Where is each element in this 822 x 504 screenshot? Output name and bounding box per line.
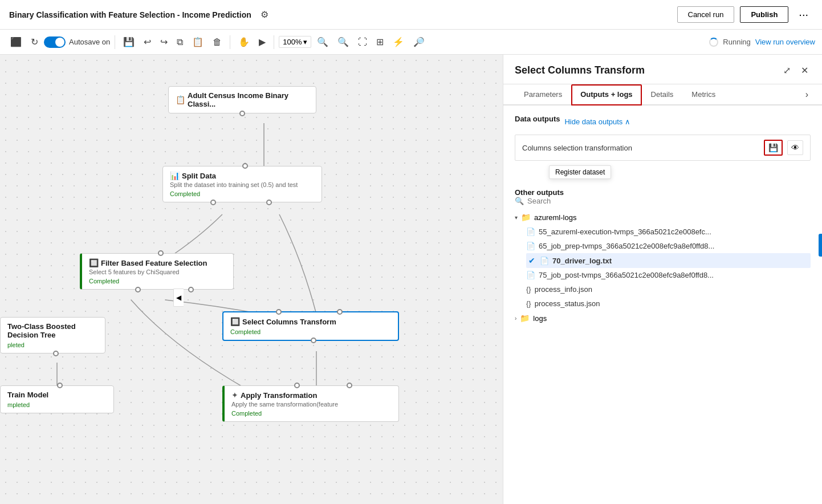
refresh-icon[interactable]: ↻ (27, 34, 42, 50)
tab-details[interactable]: Details (642, 84, 683, 105)
settings-icon[interactable]: ⚡ (389, 34, 408, 50)
search-icon[interactable]: 🔎 (410, 34, 428, 50)
node-two-class[interactable]: Two-Class Boosted Decision Tree pleted (0, 317, 105, 353)
node-status-train: mpleted (7, 401, 107, 408)
sidebar-content: Data outputs Hide data outputs ∧ Columns… (503, 105, 822, 504)
chevron-right-icon: › (515, 315, 516, 322)
folder-azureml-logs[interactable]: ▾ 📁 azureml-logs (515, 210, 811, 225)
grid-icon[interactable]: ⊞ (373, 34, 387, 50)
file-item-process-status[interactable]: {} process_status.json (526, 296, 811, 311)
sidebar-header-icons: ⤢ ✕ (781, 64, 811, 77)
search-input[interactable] (527, 197, 811, 205)
other-outputs-label: Other outputs (515, 188, 564, 197)
fit-screen-icon[interactable]: ⛶ (355, 35, 371, 50)
node-dot-top-split (242, 163, 248, 169)
node-title-filter: Filter Based Feature Selection (101, 259, 207, 267)
tab-outputs-logs[interactable]: Outputs + logs (571, 84, 641, 105)
folder-logs[interactable]: › 📁 logs (515, 311, 811, 326)
node-dot-top-filter (158, 250, 164, 256)
file-item-65[interactable]: 📄 65_job_prep-tvmps_366a5021c2e008efc9a8… (526, 239, 811, 253)
search-bar: 🔍 (515, 197, 811, 205)
file-icon-70: 📄 (540, 257, 549, 265)
data-outputs-header: Data outputs Hide data outputs ∧ (515, 115, 811, 129)
view-run-link[interactable]: View run overview (755, 38, 815, 46)
hide-data-outputs-link[interactable]: Hide data outputs ∧ (564, 117, 630, 126)
node-split-data[interactable]: 📊 Split Data Split the dataset into trai… (162, 166, 322, 202)
cancel-run-button[interactable]: Cancel run (677, 6, 735, 23)
folder-label-logs: logs (533, 314, 547, 323)
run-icon[interactable]: ▶ (255, 34, 269, 50)
node-subtitle-apply: Apply the same transformation(feature (231, 401, 392, 408)
sidebar-title: Select Columns Transform (515, 64, 645, 76)
zoom-value: 100% (283, 38, 302, 46)
node-dot-top-l-apply (294, 383, 300, 388)
file-item-process-info[interactable]: {} process_info.json (526, 282, 811, 296)
node-status-filter: Completed (89, 278, 226, 284)
autosave-toggle[interactable]: Autosave on (44, 36, 110, 48)
node-train-model[interactable]: Train Model mpleted (0, 385, 114, 413)
node-select-columns[interactable]: 🔲 Select Columns Transform Completed (222, 311, 399, 341)
file-icon-65: 📄 (526, 242, 535, 250)
node-dot-br-filter (188, 287, 194, 292)
undo-icon[interactable]: ↩ (140, 34, 154, 50)
file-icon-process-info: {} (526, 285, 531, 294)
node-filter-feature[interactable]: 🔲 Filter Based Feature Selection Select … (80, 253, 234, 290)
tab-metrics[interactable]: Metrics (682, 84, 725, 105)
hand-icon[interactable]: ✋ (235, 34, 253, 50)
register-tooltip: Register dataset (549, 165, 611, 179)
zoom-out-icon[interactable]: 🔍 (334, 34, 352, 50)
zoom-in-icon[interactable]: 🔍 (314, 34, 332, 50)
save-icon[interactable]: 💾 (120, 34, 138, 50)
node-icon-select: 🔲 (230, 317, 240, 326)
file-item-55[interactable]: 📄 55_azureml-execution-tvmps_366a5021c2e… (526, 225, 811, 239)
paste-icon[interactable]: 📋 (189, 34, 207, 50)
top-bar: Binary Classification with Feature Selec… (0, 0, 822, 30)
node-title-select: Select Columns Transform (242, 318, 336, 326)
sidebar-header: Select Columns Transform ⤢ ✕ (503, 55, 822, 84)
node-dot-top-r-apply (347, 383, 352, 388)
panel-icon[interactable]: ⬛ (7, 34, 25, 50)
tabs-next-icon[interactable]: › (803, 84, 811, 104)
gear-icon[interactable]: ⚙ (257, 7, 272, 22)
more-options-button[interactable]: ··· (794, 6, 813, 23)
running-text: Running (723, 38, 750, 46)
file-item-70[interactable]: ✔ 📄 70_driver_log.txt (526, 253, 811, 268)
check-icon-70: ✔ (528, 256, 535, 265)
divider-1 (115, 35, 115, 49)
zoom-control[interactable]: 100% ▾ (279, 36, 311, 48)
pipeline-canvas[interactable]: 📋 Adult Census Income Binary Classi... 📊… (0, 55, 503, 504)
file-item-75[interactable]: 📄 75_job_post-tvmps_366a5021c2e008efc9a8… (526, 268, 811, 282)
redo-icon[interactable]: ↪ (157, 34, 171, 50)
right-tab-indicator (819, 234, 822, 257)
register-dataset-button[interactable]: 💾 (764, 140, 783, 156)
node-title-train: Train Model (7, 391, 107, 399)
file-icon-75: 📄 (526, 271, 535, 279)
file-name-process-info: process_info.json (535, 285, 592, 294)
node-dot-top-r-select (337, 309, 343, 315)
page-title: Binary Classification with Feature Selec… (9, 10, 251, 19)
node-adult-census[interactable]: 📋 Adult Census Income Binary Classi... (168, 86, 316, 113)
expand-panel-button[interactable]: ◀ (173, 288, 184, 307)
autosave-switch[interactable] (44, 36, 66, 48)
node-icon-adult-census: 📋 (176, 95, 185, 104)
node-status-split: Completed (170, 190, 315, 197)
file-name-65: 65_job_prep-tvmps_366a5021c2e008efc9a8ef… (539, 242, 714, 250)
publish-button[interactable]: Publish (740, 6, 788, 23)
close-icon[interactable]: ✕ (799, 64, 811, 77)
expand-icon[interactable]: ⤢ (781, 64, 793, 77)
azureml-logs-children: 📄 55_azureml-execution-tvmps_366a5021c2e… (526, 225, 811, 311)
tab-parameters[interactable]: Parameters (515, 84, 571, 105)
delete-icon[interactable]: 🗑 (209, 35, 225, 50)
file-name-process-status: process_status.json (535, 299, 600, 308)
sidebar-panel: Select Columns Transform ⤢ ✕ Parameters … (503, 55, 822, 504)
spinner-icon (709, 38, 718, 47)
preview-button[interactable]: 👁 (787, 140, 803, 155)
toolbar: ⬛ ↻ Autosave on 💾 ↩ ↪ ⧉ 📋 🗑 ✋ ▶ 100% ▾ 🔍… (0, 30, 822, 55)
node-apply-transform[interactable]: ✦ Apply Transformation Apply the same tr… (222, 385, 399, 422)
node-status-apply: Completed (231, 410, 392, 417)
sidebar-tabs: Parameters Outputs + logs Details Metric… (503, 84, 822, 105)
copy-icon[interactable]: ⧉ (173, 35, 186, 50)
node-icon-split: 📊 (170, 171, 180, 180)
node-title-adult-census: Adult Census Income Binary Classi... (188, 91, 309, 108)
node-dot-two-class (53, 351, 59, 356)
